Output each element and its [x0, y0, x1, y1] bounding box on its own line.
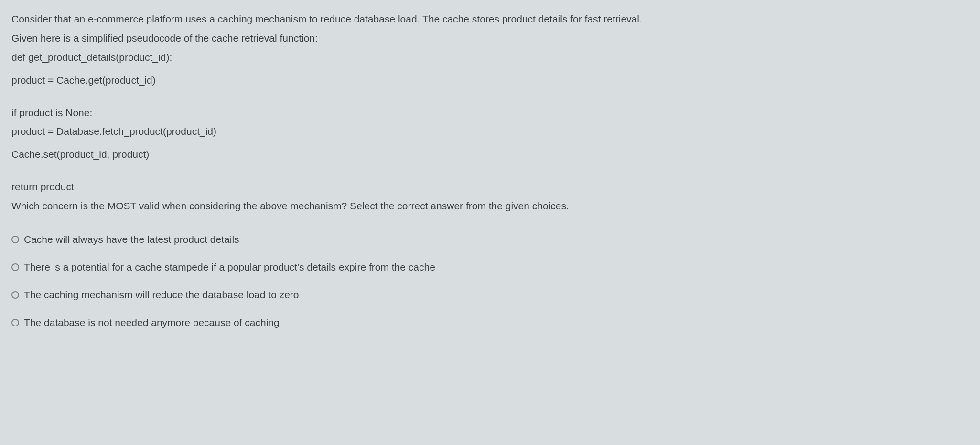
- option-b-label: There is a potential for a cache stamped…: [24, 258, 435, 277]
- option-b[interactable]: There is a potential for a cache stamped…: [11, 258, 969, 277]
- radio-icon[interactable]: [11, 291, 19, 299]
- question-intro-1: Consider that an e-commerce platform use…: [11, 10, 969, 29]
- option-c-label: The caching mechanism will reduce the da…: [24, 285, 299, 304]
- question-prompt: Which concern is the MOST valid when con…: [11, 196, 969, 216]
- option-d[interactable]: The database is not needed anymore becau…: [11, 313, 969, 332]
- code-line-4: product = Database.fetch_product(product…: [11, 122, 969, 141]
- option-a[interactable]: Cache will always have the latest produc…: [11, 230, 969, 249]
- code-block-3: Cache.set(product_id, product): [11, 145, 969, 164]
- question-prompt-block: return product Which concern is the MOST…: [11, 177, 969, 216]
- code-line-6: return product: [11, 177, 969, 196]
- option-a-label: Cache will always have the latest produc…: [24, 230, 239, 249]
- radio-icon[interactable]: [11, 319, 19, 326]
- question-text-block: Consider that an e-commerce platform use…: [11, 10, 969, 67]
- options-list: Cache will always have the latest produc…: [11, 230, 969, 332]
- code-line-3: if product is None:: [11, 103, 969, 122]
- option-c[interactable]: The caching mechanism will reduce the da…: [11, 285, 969, 304]
- code-block-1: product = Cache.get(product_id): [11, 71, 969, 90]
- option-d-label: The database is not needed anymore becau…: [24, 313, 280, 332]
- radio-icon[interactable]: [11, 236, 19, 243]
- code-block-2: if product is None: product = Database.f…: [11, 103, 969, 141]
- code-line-2: product = Cache.get(product_id): [11, 71, 969, 90]
- question-intro-2: Given here is a simplified pseudocode of…: [11, 29, 969, 48]
- radio-icon[interactable]: [11, 263, 19, 271]
- code-line-5: Cache.set(product_id, product): [11, 145, 969, 164]
- code-line-1: def get_product_details(product_id):: [11, 48, 969, 67]
- question-container: Consider that an e-commerce platform use…: [11, 10, 969, 332]
